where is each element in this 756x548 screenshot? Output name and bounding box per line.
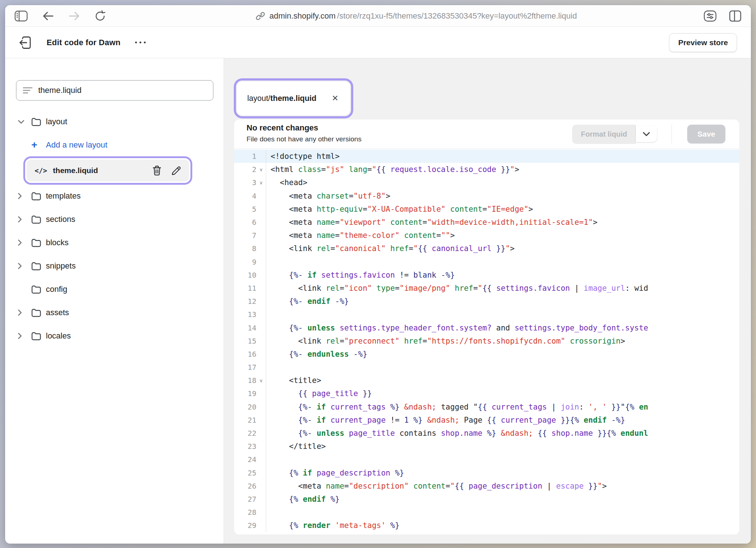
code-line[interactable]: 28 [234, 506, 739, 519]
code-line[interactable]: 19 {{ page_title }} [234, 387, 739, 400]
code-panel: No recent changes File does not have any… [234, 120, 739, 535]
format-dropdown-button[interactable] [636, 126, 657, 142]
sidebar-item-locales[interactable]: locales [11, 324, 218, 348]
panel-header: No recent changes File does not have any… [234, 120, 739, 149]
chevron-down-icon [642, 132, 650, 137]
split-view-icon[interactable] [729, 10, 741, 22]
format-liquid-button[interactable]: Format liquid [572, 125, 636, 144]
sidebar-item-templates[interactable]: templates [11, 184, 218, 208]
line-number: 2 [252, 165, 256, 174]
code-line[interactable]: 11 <link rel="icon" type="image/png" hre… [234, 282, 739, 295]
link-icon [256, 11, 265, 21]
sidebar-item-config[interactable]: config [11, 278, 218, 301]
file-search-input[interactable]: theme.liquid [16, 80, 213, 101]
code-line[interactable]: 7 <meta name="theme-color" content=""> [234, 229, 739, 242]
code-line[interactable]: 22 {%- unless page_title contains shop.n… [234, 427, 739, 440]
sidebar-item-layout[interactable]: layout [11, 110, 218, 133]
fold-toggle-icon[interactable]: ∨ [256, 167, 266, 172]
line-number: 18 [248, 376, 256, 385]
code-line[interactable]: 2∨<html class="js" lang="{{ request.loca… [234, 163, 739, 176]
code-line[interactable]: 24 [234, 453, 739, 466]
code-line[interactable]: 26 <meta name="description" content="{{ … [234, 480, 739, 493]
line-number: 9 [252, 258, 256, 266]
code-line[interactable]: 4 <meta charset="utf-8"> [234, 189, 739, 203]
line-number: 27 [248, 495, 256, 504]
code-line[interactable]: 29 {% render 'meta-tags' %} [234, 519, 739, 532]
code-line[interactable]: 18∨ <title> [234, 374, 739, 387]
rename-icon[interactable] [171, 166, 181, 176]
line-number: 3 [252, 178, 256, 187]
sidebar-item-blocks[interactable]: blocks [11, 231, 218, 254]
chevron-down-icon[interactable] [17, 120, 31, 124]
code-line[interactable]: 16 {%- endunless -%} [234, 348, 739, 361]
save-button[interactable]: Save [687, 125, 725, 144]
folder-icon [31, 262, 46, 270]
line-number: 28 [248, 508, 256, 517]
forward-icon[interactable] [68, 11, 80, 21]
fold-toggle-icon[interactable]: ∨ [256, 378, 266, 383]
tree-label: sections [46, 215, 75, 224]
reload-icon[interactable] [95, 10, 106, 22]
preview-store-button[interactable]: Preview store [669, 33, 737, 52]
folder-icon [31, 192, 46, 200]
tree-label: layout [46, 117, 67, 126]
code-line[interactable]: 25 {% if page_description %} [234, 466, 739, 480]
page-settings-icon[interactable] [704, 10, 717, 22]
sidebar-item-assets[interactable]: assets [11, 301, 218, 324]
line-number: 6 [252, 218, 256, 227]
line-number: 12 [248, 297, 256, 306]
chevron-right-icon[interactable] [17, 192, 31, 200]
browser-sidebar-toggle-icon[interactable] [15, 11, 28, 21]
browser-window: admin.shopify.com/store/rzq1xu-f5/themes… [5, 5, 751, 544]
line-number: 21 [248, 416, 256, 424]
line-number: 4 [252, 192, 256, 200]
code-line[interactable]: 12 {%- endif -%} [234, 295, 739, 308]
add-new-layout-button[interactable]: +Add a new layout [11, 133, 218, 157]
close-icon[interactable]: ✕ [330, 93, 340, 104]
code-line[interactable]: 15 <link rel="preconnect" href="https://… [234, 334, 739, 348]
code-line[interactable]: 23 </title> [234, 440, 739, 453]
chevron-right-icon[interactable] [17, 239, 31, 246]
code-line[interactable]: 10 {%- if settings.favicon != blank -%} [234, 269, 739, 282]
file-search-value: theme.liquid [38, 86, 82, 95]
fold-toggle-icon[interactable]: ∨ [256, 180, 266, 185]
code-line[interactable]: 9 [234, 255, 739, 269]
address-bar[interactable]: admin.shopify.com/store/rzq1xu-f5/themes… [135, 11, 698, 21]
more-actions-button[interactable] [133, 39, 148, 46]
code-line[interactable]: 27 {% endif %} [234, 493, 739, 506]
code-line[interactable]: 8 <link rel="canonical" href="{{ canonic… [234, 242, 739, 255]
exit-icon[interactable] [19, 36, 31, 49]
tab-theme-liquid[interactable]: layout/theme.liquid ✕ [237, 82, 350, 115]
tree-label: blocks [46, 238, 68, 247]
code-line[interactable]: 21 {%- if current_page != 1 %} &ndash; P… [234, 414, 739, 427]
code-line[interactable]: 6 <meta name="viewport" content="width=d… [234, 216, 739, 229]
chevron-right-icon[interactable] [17, 332, 31, 340]
file-sidebar: theme.liquid layout+Add a new layout</>t… [5, 58, 224, 544]
folder-icon [31, 332, 46, 340]
line-number: 25 [248, 469, 256, 477]
tree-label: Add a new layout [46, 140, 107, 150]
folder-icon [31, 215, 46, 224]
chevron-right-icon[interactable] [17, 216, 31, 223]
code-line[interactable]: 20 {%- if current_tags %} &ndash; tagged… [234, 400, 739, 414]
line-number: 29 [248, 521, 256, 530]
tree-label: templates [46, 191, 80, 201]
delete-icon[interactable] [152, 165, 162, 176]
admin-header: Edit code for Dawn Preview store [5, 27, 751, 58]
chevron-right-icon[interactable] [17, 262, 31, 270]
sidebar-item-sections[interactable]: sections [11, 208, 218, 231]
code-line[interactable]: 14 {%- unless settings.type_header_font.… [234, 321, 739, 334]
sidebar-item-theme-liquid[interactable]: </>theme.liquid [27, 160, 189, 181]
code-editor[interactable]: 1<!doctype html>2∨<html class="js" lang=… [234, 149, 739, 535]
code-line[interactable]: 3∨ <head> [234, 176, 739, 189]
filter-icon [23, 87, 32, 94]
code-line[interactable]: 13 [234, 308, 739, 321]
tab-label: layout/theme.liquid [247, 94, 316, 103]
chevron-right-icon[interactable] [17, 309, 31, 316]
code-line[interactable]: 1<!doctype html> [234, 150, 739, 163]
back-icon[interactable] [42, 11, 54, 21]
plus-icon: + [31, 140, 46, 150]
code-line[interactable]: 5 <meta http-equiv="X-UA-Compatible" con… [234, 203, 739, 216]
code-line[interactable]: 17 [234, 361, 739, 374]
sidebar-item-snippets[interactable]: snippets [11, 254, 218, 278]
